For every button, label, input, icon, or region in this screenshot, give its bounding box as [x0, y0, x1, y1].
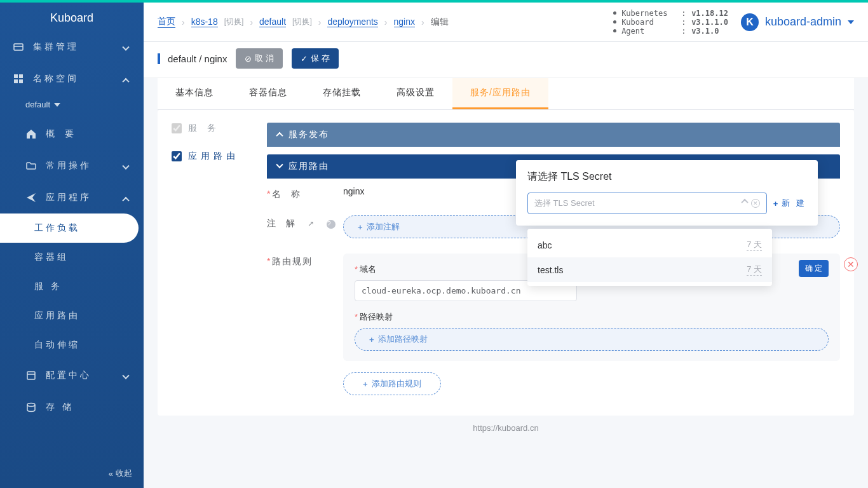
check-icon: ✓ [301, 54, 308, 64]
config-icon [25, 370, 37, 381]
cancel-icon: ⊘ [245, 54, 252, 64]
breadcrumb: 首页 › k8s-18 [切换] › default [切换] › deploy… [158, 16, 600, 28]
dropdown-option-abc[interactable]: abc 7 天 [527, 233, 772, 257]
sidebar-sub-ingress[interactable]: 应用路由 [0, 301, 144, 330]
namespace-selector[interactable]: default [0, 95, 144, 118]
tab-basic[interactable]: 基本信息 [158, 78, 231, 109]
chevron-down-icon [123, 43, 131, 51]
add-path-button[interactable]: +添加路径映射 [355, 328, 829, 351]
tab-container[interactable]: 容器信息 [231, 78, 305, 109]
bc-action: 编辑 [431, 17, 449, 28]
header: 首页 › k8s-18 [切换] › default [切换] › deploy… [144, 3, 868, 42]
svg-rect-5 [19, 79, 23, 83]
sidebar-item-app[interactable]: 应用程序 [0, 182, 144, 214]
cancel-button[interactable]: ⊘取 消 [236, 48, 283, 69]
confirm-button[interactable]: 确 定 [799, 260, 829, 277]
sidebar-item-overview[interactable]: 概 要 [0, 118, 144, 150]
delete-rule-button[interactable]: ✕ [844, 257, 858, 271]
dropdown-option-test-tls[interactable]: test.tls 7 天 [527, 257, 772, 282]
sidebar-item-common[interactable]: 常用操作 [0, 150, 144, 182]
sidebar-item-storage[interactable]: 存 储 [0, 391, 144, 423]
chevron-down-icon [276, 161, 283, 168]
bc-kind[interactable]: deployments [327, 17, 377, 27]
collapse-icon: « [109, 469, 113, 478]
external-link-icon[interactable]: ↗ [308, 219, 318, 228]
chevron-down-icon [123, 162, 131, 170]
svg-point-8 [27, 403, 35, 407]
bc-home[interactable]: 首页 [158, 16, 175, 28]
send-icon [25, 192, 37, 203]
chevron-up-icon [123, 194, 131, 201]
sidebar-item-namespace[interactable]: 名称空间 [0, 63, 144, 95]
caret-down-icon [54, 103, 60, 107]
popover-title: 请选择 TLS Secret [516, 160, 818, 190]
new-secret-link[interactable]: +新 建 [773, 198, 806, 209]
bc-switch[interactable]: [切换] [224, 17, 244, 27]
service-section-header[interactable]: 服务发布 [267, 123, 840, 147]
storage-icon [25, 402, 37, 413]
toolbar: default / nginx ⊘取 消 ✓保 存 [144, 42, 868, 78]
tls-secret-select[interactable]: 选择 TLS Secret ✕ [527, 193, 767, 214]
sidebar-sub-pods[interactable]: 容器组 [0, 243, 144, 272]
home-icon [25, 128, 37, 140]
svg-rect-6 [27, 372, 35, 379]
sidebar-item-config[interactable]: 配置中心 [0, 360, 144, 391]
footer-link[interactable]: https://kuboard.cn [158, 416, 854, 440]
service-checkbox[interactable]: 服 务 [172, 123, 267, 134]
user-menu[interactable]: K kuboard-admin [741, 13, 854, 31]
tabs: 基本信息 容器信息 存储挂载 高级设置 服务/应用路由 [158, 78, 854, 110]
caret-down-icon [848, 20, 854, 24]
svg-rect-3 [19, 74, 23, 78]
tab-advanced[interactable]: 高级设置 [379, 78, 452, 109]
chevron-up-icon [123, 75, 131, 83]
svg-rect-2 [14, 74, 18, 78]
help-icon[interactable]: ? [327, 220, 336, 229]
grid-icon [13, 73, 24, 85]
tls-secret-popover: 请选择 TLS Secret 选择 TLS Secret ✕ +新 建 [516, 160, 818, 226]
sidebar-item-cluster[interactable]: 集群管理 [0, 31, 144, 63]
svg-rect-0 [14, 44, 23, 50]
bc-switch-ns[interactable]: [切换] [292, 17, 312, 27]
sidebar-sub-hpa[interactable]: 自动伸缩 [0, 330, 144, 360]
tab-volume[interactable]: 存储挂载 [305, 78, 379, 109]
collapse-button[interactable]: « 收起 [109, 468, 132, 479]
add-rule-button[interactable]: +添加路由规则 [343, 372, 441, 395]
clear-icon[interactable]: ✕ [751, 199, 760, 208]
sidebar: Kuboard 集群管理 名称空间 default 概 要 [0, 0, 144, 488]
tls-secret-dropdown: abc 7 天 test.tls 7 天 [527, 229, 772, 286]
bc-namespace[interactable]: default [259, 17, 286, 27]
tab-service-ingress[interactable]: 服务/应用路由 [452, 78, 548, 109]
bc-name[interactable]: nginx [394, 17, 415, 27]
cluster-icon [13, 41, 24, 53]
save-button[interactable]: ✓保 存 [292, 48, 339, 69]
chevron-up-icon [741, 199, 748, 206]
page-title: default / nginx [158, 53, 227, 64]
version-info: Kubernetes:v1.18.12 Kuboard:v3.1.1.0 Age… [613, 9, 728, 36]
chevron-down-icon [123, 372, 131, 379]
sidebar-sub-workload[interactable]: 工作负载 [0, 214, 139, 243]
sidebar-sub-service[interactable]: 服 务 [0, 272, 144, 301]
avatar: K [741, 13, 759, 31]
ingress-checkbox[interactable]: 应用路由 [172, 151, 267, 162]
svg-rect-4 [14, 79, 18, 83]
brand-logo: Kuboard [0, 0, 144, 31]
chevron-up-icon [276, 132, 283, 139]
folder-icon [25, 160, 37, 172]
bc-cluster[interactable]: k8s-18 [191, 17, 218, 27]
